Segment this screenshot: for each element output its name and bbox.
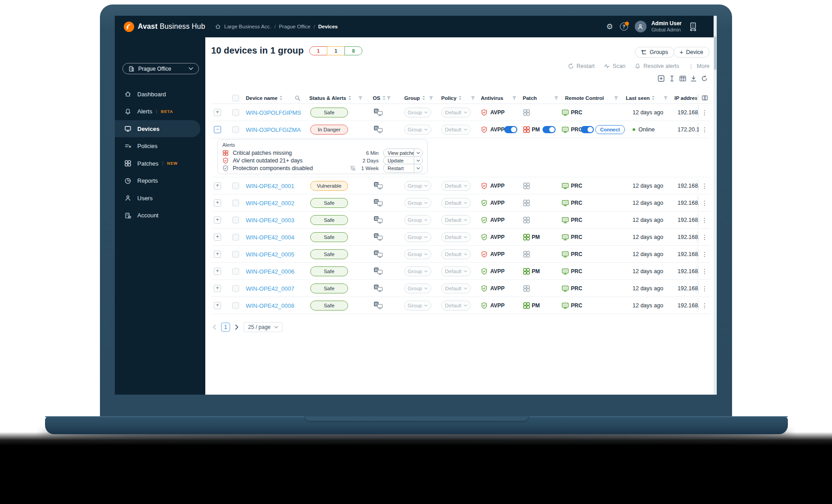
group-select[interactable]: Group <box>404 301 431 310</box>
row-menu-button[interactable]: ⋮ <box>699 104 710 121</box>
policy-select[interactable]: Default <box>441 125 471 135</box>
column-header-remote-control[interactable]: Remote Control <box>565 95 604 101</box>
column-header-last-seen[interactable]: Last seen <box>626 95 655 101</box>
text-cursor-icon[interactable] <box>669 75 675 82</box>
row-expand-button[interactable]: + <box>214 109 221 116</box>
groups-button[interactable]: Groups <box>635 47 674 58</box>
row-expand-button[interactable]: + <box>214 199 221 207</box>
device-name-link[interactable]: WIN-OPE42_0002 <box>246 199 294 206</box>
reload-icon[interactable] <box>701 75 708 82</box>
alert-action-dropdown[interactable] <box>414 149 422 157</box>
device-name-link[interactable]: WIN-OPE42_0005 <box>246 251 294 257</box>
previous-page-button[interactable] <box>212 324 217 330</box>
column-header-patch[interactable]: Patch <box>523 95 537 101</box>
help-icon[interactable]: ? <box>620 22 628 31</box>
filter-icon[interactable] <box>554 95 559 100</box>
breadcrumb-account-link[interactable]: Large Business Acc. <box>224 24 271 29</box>
column-header-policy[interactable]: Policy <box>441 95 462 101</box>
sidebar-item-reports[interactable]: Reports <box>115 172 200 189</box>
policy-select[interactable]: Default <box>441 181 471 191</box>
sort-icon[interactable] <box>651 95 655 100</box>
status-count-badge[interactable]: 1 <box>327 46 345 55</box>
filter-icon[interactable] <box>512 95 517 100</box>
column-header-os[interactable]: OS <box>373 95 386 101</box>
user-menu[interactable]: Admin User Global Admin <box>651 20 682 33</box>
export-download-icon[interactable] <box>690 75 697 82</box>
scrollbar[interactable] <box>714 16 717 395</box>
policy-select[interactable]: Default <box>441 108 471 117</box>
filter-icon[interactable] <box>429 95 434 100</box>
row-expand-button[interactable]: + <box>214 251 221 258</box>
status-count-badge[interactable]: 1 <box>309 46 327 55</box>
search-icon[interactable] <box>294 95 301 101</box>
device-name-link[interactable]: WIN-OPE42_0004 <box>246 234 294 240</box>
restart-action[interactable]: Restart <box>568 63 595 69</box>
row-checkbox[interactable] <box>232 268 239 274</box>
sidebar-item-users[interactable]: Users <box>115 189 200 207</box>
row-expand-button[interactable]: + <box>214 216 221 224</box>
filter-icon[interactable] <box>663 95 668 100</box>
page-size-select[interactable]: 25 / page <box>244 322 283 332</box>
device-name-link[interactable]: WIN-OPE42_0003 <box>246 216 294 223</box>
policy-select[interactable]: Default <box>441 266 471 276</box>
group-select[interactable]: Group <box>404 232 431 242</box>
group-select[interactable]: Group <box>404 215 431 225</box>
row-menu-button[interactable]: ⋮ <box>699 280 710 297</box>
filter-icon[interactable] <box>614 95 619 100</box>
breadcrumb-site-link[interactable]: Prague Office <box>279 24 310 29</box>
add-column-icon[interactable] <box>658 75 665 82</box>
column-header-antivirus[interactable]: Antivirus <box>481 95 503 101</box>
row-menu-button[interactable]: ⋮ <box>699 263 710 279</box>
sort-icon[interactable] <box>422 95 425 100</box>
row-menu-button[interactable]: ⋮ <box>699 121 710 138</box>
column-header-group[interactable]: Group <box>404 95 425 101</box>
sidebar-item-devices[interactable]: Devices <box>115 120 200 137</box>
filter-icon[interactable] <box>470 95 475 100</box>
column-header-device-name[interactable]: Device name <box>246 95 283 101</box>
sidebar-item-policies[interactable]: Policies <box>115 138 200 155</box>
resolve-alerts-action[interactable]: Resolve alerts <box>634 63 679 69</box>
column-header-status[interactable]: Status & Alerts <box>309 95 352 101</box>
row-menu-button[interactable]: ⋮ <box>699 177 710 194</box>
group-select[interactable]: Group <box>404 266 431 276</box>
policy-select[interactable]: Default <box>441 198 471 208</box>
row-menu-button[interactable]: ⋮ <box>699 194 710 211</box>
alert-action-dropdown[interactable] <box>414 164 422 172</box>
restart-alert-button[interactable]: Restart <box>383 164 423 173</box>
row-menu-button[interactable]: ⋮ <box>699 212 710 228</box>
current-page-button[interactable]: 1 <box>221 323 230 332</box>
group-select[interactable]: Group <box>404 249 431 259</box>
policy-select[interactable]: Default <box>441 284 471 293</box>
device-name-link[interactable]: WIN-OPE42_0008 <box>246 302 294 309</box>
company-switcher-icon[interactable] <box>688 22 698 32</box>
select-all-checkbox[interactable] <box>232 94 239 101</box>
alert-action-dropdown[interactable] <box>414 157 422 165</box>
sidebar-item-patches[interactable]: Patches NEW <box>115 155 200 172</box>
home-icon[interactable] <box>215 23 221 30</box>
group-select[interactable]: Group <box>404 125 431 135</box>
row-expand-button[interactable]: + <box>214 182 221 189</box>
row-menu-button[interactable]: ⋮ <box>699 229 710 245</box>
device-name-link[interactable]: WIN-OPE42_0007 <box>246 285 294 292</box>
row-checkbox[interactable] <box>232 109 239 116</box>
policy-select[interactable]: Default <box>441 249 471 259</box>
sort-icon[interactable] <box>382 95 386 100</box>
policy-select[interactable]: Default <box>441 215 471 225</box>
row-checkbox[interactable] <box>232 126 239 133</box>
row-expand-button[interactable]: + <box>214 268 221 275</box>
device-name-link[interactable]: WIN-O3POLFGIZMA <box>246 126 301 133</box>
remote-control-toggle[interactable] <box>581 126 594 133</box>
row-checkbox[interactable] <box>232 216 239 223</box>
filter-icon[interactable] <box>358 95 363 100</box>
device-name-link[interactable]: WIN-O3POLFGIPMS <box>246 109 301 116</box>
row-expand-button[interactable]: + <box>214 234 221 241</box>
sidebar-item-account[interactable]: Account <box>115 207 200 224</box>
row-checkbox[interactable] <box>232 199 239 206</box>
device-name-link[interactable]: WIN-OPE42_0006 <box>246 268 294 274</box>
settings-gear-icon[interactable]: ⚙ <box>606 23 613 31</box>
column-header-ip-address[interactable]: IP address <box>674 95 697 101</box>
site-selector[interactable]: Prague Office <box>122 63 199 74</box>
status-count-badge[interactable]: 8 <box>344 46 362 55</box>
sidebar-item-dashboard[interactable]: Dashboard <box>115 86 200 103</box>
column-settings-button[interactable] <box>699 92 710 104</box>
